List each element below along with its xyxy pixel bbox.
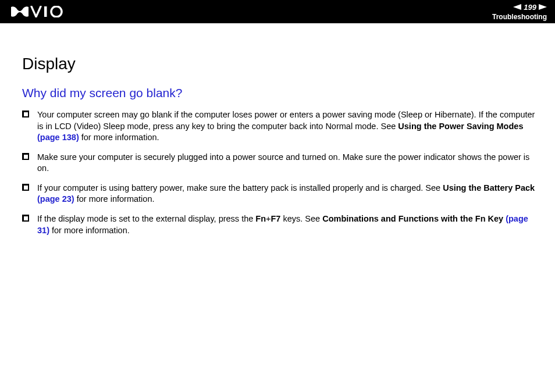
list-item: If the display mode is set to the extern…: [22, 213, 540, 236]
page-navigator: 199: [513, 3, 547, 12]
section-title: Display: [22, 55, 540, 73]
list-item-text: If your computer is using battery power,…: [37, 183, 540, 205]
header-right: 199 Troubleshooting: [492, 3, 547, 21]
next-page-arrow-icon[interactable]: [539, 4, 547, 10]
square-bullet-icon: [22, 184, 29, 191]
list-item-text: Make sure your computer is securely plug…: [37, 152, 540, 174]
page-content: Display Why did my screen go blank? Your…: [0, 23, 555, 236]
question-heading: Why did my screen go blank?: [22, 86, 540, 100]
svg-rect-0: [44, 6, 47, 17]
list-item: Make sure your computer is securely plug…: [22, 152, 540, 174]
svg-point-1: [51, 6, 62, 17]
page-header: 199 Troubleshooting: [0, 0, 555, 23]
list-item: If your computer is using battery power,…: [22, 183, 540, 205]
vaio-logo: [10, 6, 64, 17]
page-number: 199: [524, 3, 536, 12]
square-bullet-icon: [22, 111, 29, 117]
page-link[interactable]: (page 138): [37, 133, 79, 142]
page-link[interactable]: (page 23): [37, 194, 74, 204]
prev-page-arrow-icon[interactable]: [513, 4, 521, 10]
troubleshooting-list: Your computer screen may go blank if the…: [22, 109, 540, 236]
list-item: Your computer screen may go blank if the…: [22, 109, 540, 144]
square-bullet-icon: [22, 215, 29, 222]
list-item-text: If the display mode is set to the extern…: [37, 213, 540, 236]
header-section-label: Troubleshooting: [492, 13, 547, 21]
list-item-text: Your computer screen may go blank if the…: [37, 109, 540, 144]
square-bullet-icon: [22, 153, 29, 160]
